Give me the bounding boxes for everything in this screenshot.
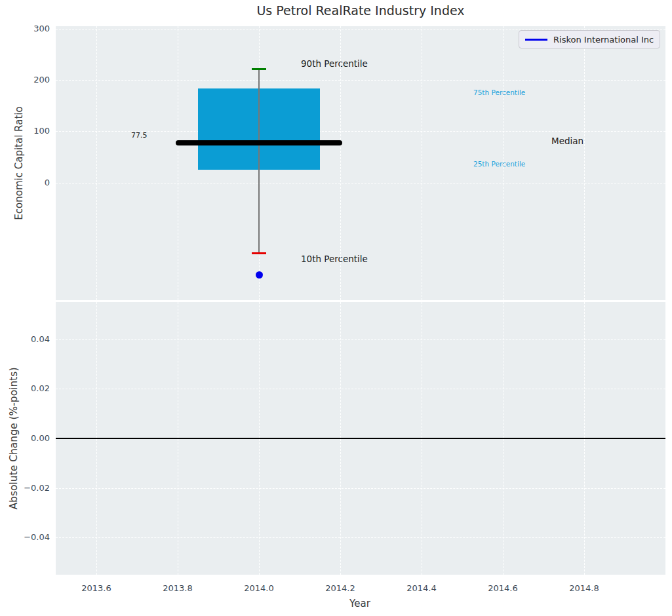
annotation-median: Median xyxy=(551,136,583,147)
vertical-gridline xyxy=(340,26,341,300)
top-y-tick-label: 0 xyxy=(10,178,50,188)
top-y-axis-title: Economic Capital Ratio xyxy=(13,106,25,220)
annotation-90th-percentile: 90th Percentile xyxy=(301,58,368,69)
vertical-gridline xyxy=(584,26,585,300)
vertical-gridline xyxy=(422,26,422,300)
horizontal-gridline xyxy=(56,488,665,489)
bottom-y-tick-label: 0.00 xyxy=(10,433,50,444)
annotation-median-value: 77.5 xyxy=(131,131,148,140)
top-y-tick-label: 100 xyxy=(10,126,50,136)
x-tick-label: 2014.6 xyxy=(482,583,524,594)
horizontal-gridline xyxy=(56,537,665,538)
bottom-y-tick-label: 0.04 xyxy=(10,334,50,345)
top-y-tick-label: 300 xyxy=(10,24,50,34)
horizontal-gridline xyxy=(56,80,665,81)
bottom-plot-area xyxy=(56,302,665,575)
legend: Riskon International Inc xyxy=(519,30,660,48)
x-tick-label: 2014.2 xyxy=(319,583,361,594)
x-axis-title: Year xyxy=(349,598,370,609)
vertical-gridline xyxy=(178,26,178,300)
horizontal-gridline xyxy=(56,131,665,132)
whisker-line xyxy=(258,69,260,254)
bottom-y-tick-label: −0.02 xyxy=(10,483,50,493)
annotation-75th-percentile: 75th Percentile xyxy=(473,88,525,97)
zero-line xyxy=(56,438,665,439)
bottom-y-tick-label: −0.04 xyxy=(10,532,50,543)
horizontal-gridline xyxy=(56,29,665,29)
horizontal-gridline xyxy=(56,339,665,340)
x-tick-label: 2013.6 xyxy=(75,583,117,594)
legend-line-sample xyxy=(525,39,547,41)
x-tick-label: 2014.0 xyxy=(238,583,280,594)
vertical-gridline xyxy=(503,26,504,300)
x-tick-label: 2013.8 xyxy=(157,583,199,594)
p90-cap xyxy=(252,68,266,70)
horizontal-gridline xyxy=(56,389,665,389)
vertical-gridline xyxy=(96,26,97,300)
annotation-10th-percentile: 10th Percentile xyxy=(301,254,368,265)
company-point xyxy=(256,271,263,279)
median-line xyxy=(176,140,342,145)
top-plot-area: 90th Percentile 75th Percentile Median 2… xyxy=(56,26,665,300)
annotation-25th-percentile: 25th Percentile xyxy=(473,160,525,168)
p10-cap xyxy=(252,252,266,254)
horizontal-gridline xyxy=(56,183,665,183)
chart-title: Us Petrol RealRate Industry Index xyxy=(56,3,665,18)
top-y-tick-label: 200 xyxy=(10,75,50,85)
bottom-y-tick-label: 0.02 xyxy=(10,383,50,394)
x-tick-label: 2014.4 xyxy=(401,583,443,594)
legend-entry-label: Riskon International Inc xyxy=(553,35,654,45)
x-tick-label: 2014.8 xyxy=(563,583,605,594)
figure: Us Petrol RealRate Industry Index 90th P… xyxy=(0,0,672,616)
